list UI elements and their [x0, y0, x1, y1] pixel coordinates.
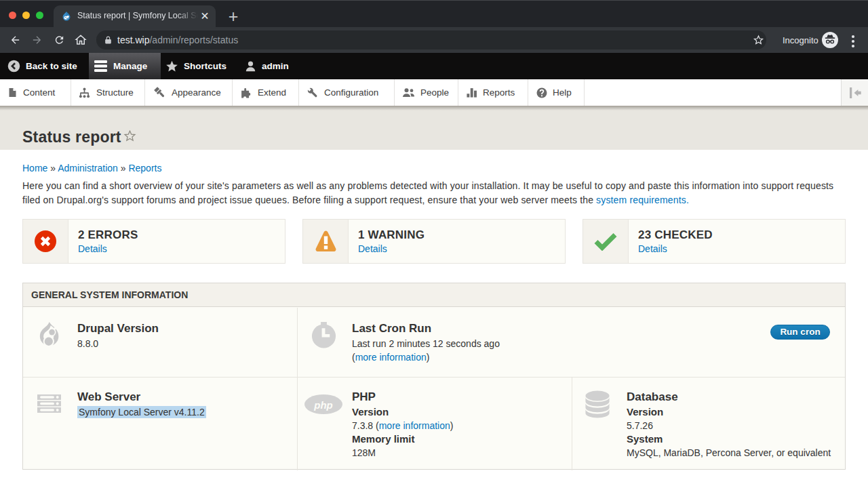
- svg-text:php: php: [313, 399, 333, 411]
